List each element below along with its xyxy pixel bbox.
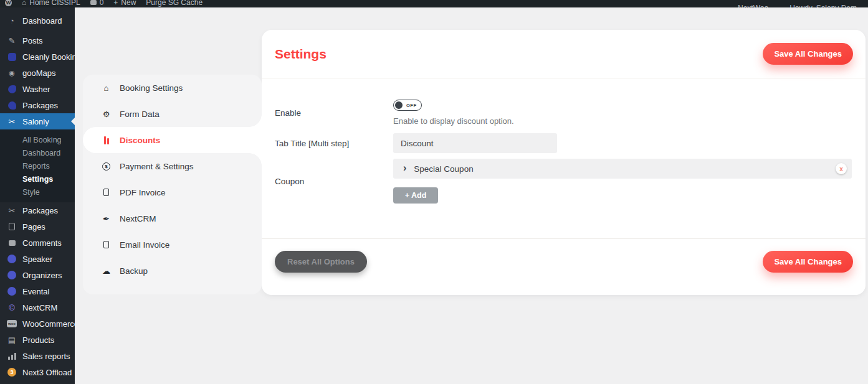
- salonly-submenu: All Booking Dashboard Reports Settings S…: [0, 129, 75, 202]
- scissors-icon: ✂: [7, 117, 17, 126]
- tab-email-invoice[interactable]: Email Invoice: [83, 232, 262, 258]
- howdy-label: Howdy, Salony Dem: [789, 4, 857, 7]
- sidebar-item-evental[interactable]: Evental: [0, 283, 75, 299]
- sidebar-item-washer[interactable]: Washer: [0, 81, 75, 97]
- tab-title-input[interactable]: [393, 133, 557, 153]
- sidebar-item-posts[interactable]: ✎ Posts: [0, 32, 75, 49]
- site-link[interactable]: ⌂ Home CISSIPL: [22, 0, 80, 7]
- sidebar-item-dashboard[interactable]: ◔ Dashboard: [0, 12, 75, 29]
- reset-all-options-button[interactable]: Reset All Options: [275, 251, 367, 273]
- submenu-reports[interactable]: Reports: [0, 159, 75, 172]
- sidebar-item-packages[interactable]: ✂ Packages: [0, 202, 75, 218]
- purge-label: Purge SG Cache: [146, 0, 203, 7]
- comments-link[interactable]: 0: [90, 0, 104, 7]
- pages-icon: [7, 223, 17, 230]
- wordpress-logo-icon: W: [5, 0, 12, 6]
- tab-nextcrm[interactable]: ✒ NextCRM: [83, 205, 262, 232]
- comment-bubble-icon: [90, 0, 97, 5]
- woocommerce-icon: woo: [7, 320, 17, 327]
- document-icon: [101, 241, 112, 248]
- packages-icon: [7, 101, 17, 110]
- enable-toggle[interactable]: OFF: [393, 100, 422, 111]
- sidebar-item-sales-reports[interactable]: Sales reports: [0, 348, 75, 364]
- submenu-style[interactable]: Style: [0, 185, 75, 199]
- new-label: New: [121, 0, 136, 7]
- new-menu[interactable]: + New: [113, 0, 136, 7]
- wordpress-menu[interactable]: W: [5, 0, 12, 6]
- scissors-icon: ✂: [7, 206, 17, 215]
- admin-bar: W ⌂ Home CISSIPL 0 + New Purge SG Cache …: [0, 0, 868, 7]
- comments-count: 0: [100, 0, 104, 7]
- tab-booking-settings[interactable]: ⌂ Booking Settings: [83, 75, 262, 101]
- add-coupon-button[interactable]: + Add: [393, 187, 438, 204]
- next3-icon: 3: [7, 368, 17, 377]
- coupon-accordion-row[interactable]: › Special Coupon x: [393, 159, 852, 179]
- nextcrm-icon: ©: [7, 303, 17, 312]
- coupon-label: Coupon: [275, 177, 393, 186]
- purge-cache-link[interactable]: Purge SG Cache: [146, 0, 203, 7]
- sidebar-item-nextcrm[interactable]: © NextCRM: [0, 299, 75, 316]
- sidebar-item-pages[interactable]: Pages: [0, 218, 75, 235]
- settings-panel: Settings Save All Changes Enable OFF Ena…: [262, 30, 866, 295]
- evental-icon: [7, 287, 17, 296]
- sidebar-item-goomaps[interactable]: ◉ gooMaps: [0, 65, 75, 81]
- active-menu-arrow: [71, 118, 75, 125]
- submenu-settings[interactable]: Settings: [0, 172, 75, 185]
- comment-icon: [7, 240, 17, 246]
- washer-icon: [7, 85, 17, 93]
- sidebar-item-salonly[interactable]: ✂ Salonly: [0, 113, 75, 129]
- pushpin-icon: ✎: [7, 36, 17, 45]
- tab-title-label: Tab Title [Multi step]: [275, 139, 393, 148]
- toggle-knob-icon: [395, 101, 403, 109]
- products-icon: ▤: [7, 335, 17, 345]
- tab-discounts[interactable]: Discounts: [83, 127, 262, 153]
- map-pin-icon: ◉: [7, 69, 17, 77]
- coupon-item-title: Special Coupon: [414, 164, 473, 174]
- sidebar-item-partial[interactable]: [0, 382, 75, 384]
- settings-tab-list: ⌂ Booking Settings ⚙ Form Data Discounts…: [83, 75, 262, 294]
- cloud-icon: ☁: [101, 266, 112, 276]
- tab-payment-settings[interactable]: $ Payment & Settings: [83, 153, 262, 179]
- sidebar-item-next3-offload[interactable]: 3 Next3 Offload: [0, 364, 75, 380]
- tab-backup[interactable]: ☁ Backup: [83, 258, 262, 284]
- enable-help-text: Enable to display discount option.: [393, 116, 852, 126]
- sidebar-item-cleanly-booking[interactable]: Cleanly Booking: [0, 49, 75, 65]
- sidebar-item-woocommerce[interactable]: woo WooCommerce: [0, 316, 75, 332]
- chevron-right-icon: ›: [403, 163, 406, 173]
- enable-label: Enable: [275, 108, 393, 126]
- admin-sidebar: ◔ Dashboard ✎ Posts Cleanly Booking ◉ go…: [0, 7, 75, 384]
- howdy-account-menu[interactable]: Howdy, Salony Dem: [789, 4, 857, 7]
- remove-coupon-button[interactable]: x: [836, 163, 847, 174]
- sidebar-item-speaker[interactable]: Speaker: [0, 251, 75, 267]
- submenu-dashboard[interactable]: Dashboard: [0, 146, 75, 159]
- tab-pdf-invoice[interactable]: PDF Invoice: [83, 179, 262, 205]
- sidebar-item-packages-top[interactable]: Packages: [0, 97, 75, 113]
- gear-icon: ⚙: [101, 110, 112, 119]
- dollar-circle-icon: $: [101, 162, 112, 171]
- cleanly-booking-icon: [7, 53, 17, 61]
- plus-icon: +: [113, 0, 118, 7]
- submenu-all-booking[interactable]: All Booking: [0, 133, 75, 146]
- home-icon: ⌂: [22, 0, 26, 7]
- sidebar-item-comments[interactable]: Comments: [0, 235, 75, 251]
- save-all-changes-button-bottom[interactable]: Save All Changes: [763, 251, 853, 273]
- discount-bars-icon: [101, 136, 112, 144]
- tab-form-data[interactable]: ⚙ Form Data: [83, 101, 262, 127]
- home-icon: ⌂: [101, 83, 112, 93]
- site-name: Home CISSIPL: [29, 0, 80, 7]
- nextwoo-link[interactable]: NextWoo: [738, 4, 768, 7]
- dashboard-icon: ◔: [7, 16, 17, 26]
- toggle-state-label: OFF: [406, 103, 417, 108]
- bar-chart-icon: [7, 352, 17, 360]
- document-icon: [101, 189, 112, 196]
- pen-icon: ✒: [101, 214, 112, 223]
- save-all-changes-button-top[interactable]: Save All Changes: [763, 43, 853, 65]
- page-title: Settings: [275, 47, 327, 62]
- sidebar-item-products[interactable]: ▤ Products: [0, 332, 75, 348]
- speaker-icon: [7, 255, 17, 263]
- organizers-icon: [7, 271, 17, 279]
- sidebar-item-organizers[interactable]: Organizers: [0, 267, 75, 283]
